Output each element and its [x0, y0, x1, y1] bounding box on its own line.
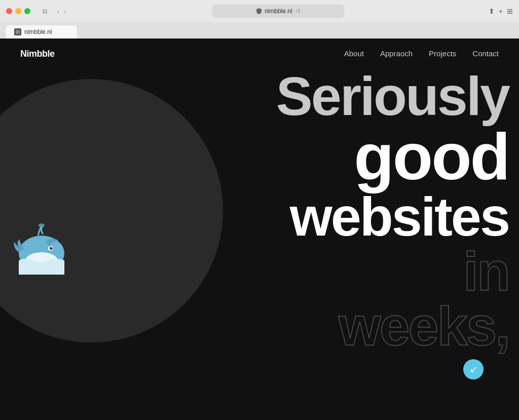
- nav-arrows: ‹ ›: [55, 7, 68, 16]
- site-logo[interactable]: Nimbble: [20, 49, 55, 59]
- nav-link-approach[interactable]: Appraoch: [380, 49, 413, 58]
- browser-chrome: ⊡ ‹ › nimbble.nl ↺ ⬆ + ⊞: [0, 0, 519, 39]
- toolbar-right: ⬆ + ⊞: [489, 7, 513, 15]
- close-button[interactable]: [6, 8, 12, 14]
- hero-line-websites: websites: [276, 189, 509, 244]
- sidebar-toggle-icon[interactable]: ⊡: [39, 7, 51, 16]
- scroll-arrow-icon: ↙: [470, 364, 477, 375]
- share-icon[interactable]: ⬆: [489, 7, 495, 15]
- nav-item-about[interactable]: About: [344, 49, 364, 58]
- hero-line-weeks: weeks,: [276, 299, 509, 354]
- url-text: nimbble.nl: [265, 8, 292, 15]
- back-button[interactable]: ‹: [55, 7, 61, 16]
- forward-button[interactable]: ›: [62, 7, 68, 16]
- browser-tab[interactable]: nimbble.nl: [6, 25, 77, 39]
- nav-item-projects[interactable]: Projects: [429, 49, 456, 58]
- svg-point-6: [39, 223, 45, 227]
- title-bar: ⊡ ‹ › nimbble.nl ↺ ⬆ + ⊞: [0, 0, 519, 22]
- nav-item-approach[interactable]: Appraoch: [380, 49, 413, 58]
- nav-link-contact[interactable]: Contact: [472, 49, 499, 58]
- maximize-button[interactable]: [24, 8, 30, 14]
- hero-section: Seriously good websites in weeks, ↙: [0, 39, 519, 420]
- tab-favicon: [14, 28, 21, 35]
- reload-icon[interactable]: ↺: [295, 8, 301, 15]
- grid-icon[interactable]: ⊞: [507, 7, 513, 15]
- address-bar[interactable]: nimbble.nl ↺: [212, 5, 344, 18]
- hero-text: Seriously good websites in weeks,: [276, 69, 509, 354]
- nav-link-about[interactable]: About: [344, 49, 364, 58]
- whale-illustration: [10, 219, 71, 277]
- traffic-lights: [6, 8, 30, 14]
- circle-decoration: [0, 79, 223, 342]
- hero-line-seriously: Seriously: [276, 69, 509, 124]
- minimize-button[interactable]: [15, 8, 21, 14]
- nav-link-projects[interactable]: Projects: [429, 49, 456, 58]
- whale-svg: [10, 219, 71, 275]
- nav-item-contact[interactable]: Contact: [472, 49, 499, 58]
- site-nav-links: About Appraoch Projects Contact: [344, 49, 499, 58]
- svg-rect-0: [16, 30, 20, 34]
- window-controls: ⊡: [39, 7, 51, 16]
- address-bar-container: nimbble.nl ↺: [72, 5, 485, 18]
- tab-title: nimbble.nl: [24, 28, 52, 35]
- shield-icon: [256, 8, 262, 14]
- new-tab-icon[interactable]: +: [499, 7, 503, 15]
- site-navbar: Nimbble About Appraoch Projects Contact: [0, 39, 519, 69]
- svg-point-5: [51, 247, 52, 248]
- hero-line-good: good: [276, 124, 509, 189]
- svg-point-4: [50, 247, 53, 250]
- website-frame: Nimbble About Appraoch Projects Contact: [0, 39, 519, 420]
- tab-bar: nimbble.nl: [0, 22, 519, 39]
- hero-line-in: in: [276, 244, 509, 299]
- scroll-down-button[interactable]: ↙: [463, 359, 484, 379]
